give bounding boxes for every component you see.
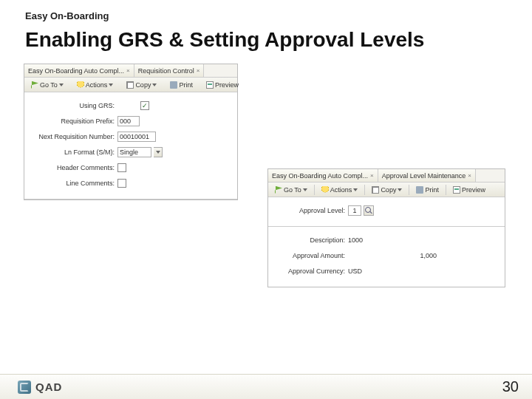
description-label: Description: [274, 236, 348, 244]
preview-label: Preview [215, 81, 239, 89]
chevron-down-icon [109, 83, 113, 86]
toolbar-divider [446, 185, 446, 195]
tab-approval-level-maintenance[interactable]: Approval Level Maintenance × [378, 169, 476, 182]
print-label: Print [425, 186, 439, 194]
description-value: 1000 [348, 236, 363, 244]
approval-amount-value: 1,000 [420, 252, 437, 259]
actions-button[interactable]: Actions [318, 185, 362, 195]
goto-label: Go To [40, 81, 58, 89]
header-comments-checkbox[interactable] [117, 163, 126, 172]
tab-label: Easy On-Boarding Auto Compl... [272, 172, 368, 180]
search-icon [365, 207, 372, 214]
toolbar-divider [409, 185, 409, 195]
chevron-down-icon [152, 83, 157, 86]
actions-button[interactable]: Actions [73, 80, 117, 90]
approval-currency-value: USD [348, 267, 362, 275]
page-title: Enabling GRS & Setting Approval Levels [25, 28, 424, 52]
tab-label: Approval Level Maintenance [382, 172, 466, 180]
chevron-down-icon[interactable] [154, 147, 163, 157]
footer: QAD 30 [0, 374, 532, 399]
using-grs-checkbox[interactable]: ✓ [140, 101, 149, 110]
print-icon [416, 186, 423, 194]
preview-label: Preview [462, 186, 485, 194]
close-icon[interactable]: × [126, 67, 130, 74]
line-comments-checkbox[interactable] [117, 179, 126, 188]
approval-amount-label: Approval Amount: [274, 252, 348, 259]
requisition-prefix-input[interactable]: 000 [117, 116, 140, 126]
preview-button[interactable]: Preview [449, 185, 489, 195]
bulb-icon [77, 81, 84, 89]
copy-icon [126, 81, 134, 89]
tab-label: Requisition Control [138, 67, 194, 75]
goto-button[interactable]: Go To [27, 80, 67, 90]
logo-icon [18, 381, 31, 394]
close-icon[interactable]: × [197, 67, 200, 74]
brand-logo: QAD [18, 381, 62, 394]
form-details: Description: 1000 Approval Amount: 1,000… [268, 227, 505, 287]
close-icon[interactable]: × [370, 172, 374, 179]
tab-bar: Easy On-Boarding Auto Compl... × Approva… [268, 169, 505, 183]
tab-bar: Easy On-Boarding Auto Compl... × Requisi… [24, 64, 237, 78]
requisition-prefix-label: Requisition Prefix: [30, 117, 117, 125]
goto-button[interactable]: Go To [271, 185, 311, 195]
approval-level-input[interactable]: 1 [348, 205, 361, 216]
using-grs-label: Using GRS: [30, 102, 117, 109]
preview-icon [206, 81, 214, 89]
requisition-control-panel: Easy On-Boarding Auto Compl... × Requisi… [24, 64, 238, 200]
copy-label: Copy [381, 186, 396, 194]
actions-label: Actions [86, 81, 108, 89]
tab-label: Easy On-Boarding Auto Compl... [28, 67, 124, 75]
preview-icon [453, 186, 460, 194]
toolbar: Go To Actions Copy Print Preview [268, 183, 505, 197]
next-requisition-label: Next Requisition Number: [30, 133, 117, 140]
toolbar-divider [314, 185, 315, 195]
tab-easy-onboarding[interactable]: Easy On-Boarding Auto Compl... × [268, 169, 378, 182]
tab-easy-onboarding[interactable]: Easy On-Boarding Auto Compl... × [24, 64, 134, 77]
approval-level-label: Approval Level: [274, 207, 348, 214]
ln-format-value: Single [117, 147, 151, 157]
page-number: 30 [502, 378, 519, 395]
toolbar-divider [364, 185, 365, 195]
bulb-icon [321, 186, 329, 194]
actions-label: Actions [330, 186, 352, 194]
print-label: Print [179, 81, 193, 89]
print-button[interactable]: Print [412, 185, 443, 195]
approval-currency-label: Approval Currency: [274, 267, 348, 275]
form-area: Approval Level: 1 [268, 197, 505, 227]
copy-button[interactable]: Copy [123, 80, 160, 90]
copy-label: Copy [135, 81, 151, 89]
chevron-down-icon [353, 188, 358, 191]
approval-level-panel: Easy On-Boarding Auto Compl... × Approva… [267, 168, 505, 287]
flag-icon [275, 186, 282, 194]
line-comments-label: Line Comments: [30, 180, 117, 187]
copy-icon [372, 186, 379, 194]
ln-format-label: Ln Format (S/M): [30, 149, 117, 156]
goto-label: Go To [284, 186, 301, 194]
chevron-down-icon [398, 188, 402, 191]
preview-button[interactable]: Preview [202, 80, 242, 90]
lookup-button[interactable] [364, 205, 374, 216]
chevron-down-icon [59, 83, 64, 86]
tab-requisition-control[interactable]: Requisition Control × [134, 64, 205, 77]
section-header: Easy On-Boarding [25, 10, 109, 21]
print-button[interactable]: Print [166, 80, 197, 90]
flag-icon [31, 81, 38, 89]
close-icon[interactable]: × [468, 172, 471, 179]
chevron-down-icon [303, 188, 307, 191]
brand-text: QAD [35, 381, 62, 393]
form-area: Using GRS: ✓ Requisition Prefix: 000 Nex… [24, 92, 237, 200]
header-comments-label: Header Comments: [30, 164, 117, 171]
copy-button[interactable]: Copy [368, 185, 406, 195]
next-requisition-input[interactable]: 00010001 [117, 132, 156, 142]
ln-format-select[interactable]: Single [117, 147, 163, 157]
print-icon [170, 81, 177, 89]
toolbar: Go To Actions Copy Print Preview [24, 78, 237, 92]
